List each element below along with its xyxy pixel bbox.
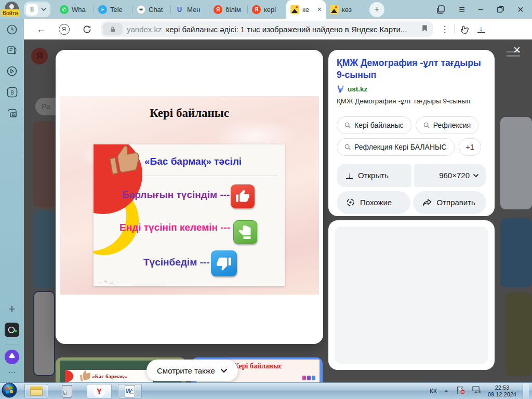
tab-keri[interactable]: Я кері	[248, 0, 286, 19]
viewer-close-button[interactable]: ×	[510, 44, 524, 57]
yandex-icon: Я	[214, 5, 222, 14]
sidebar-more-icon[interactable]: ⋯	[0, 368, 24, 377]
menu-icon[interactable]: ≡	[459, 4, 465, 16]
viewed-image[interactable]: Кері байланыс «Бас бармақ» тәсілі Барлығ…	[60, 96, 319, 295]
chip-label: Кері байланыс	[354, 121, 404, 129]
thumb-left-green-icon	[233, 220, 257, 244]
alice-assistant-icon[interactable]	[0, 349, 24, 365]
clock[interactable]: 22:53 09.12.2024	[488, 384, 516, 398]
extension-hand-icon[interactable]	[458, 24, 472, 34]
tab-ust[interactable]: U Мен	[171, 0, 209, 19]
chip-label: Рефлексия	[433, 121, 471, 129]
tab-close-icon[interactable]: ×	[317, 5, 322, 14]
tab-label: Мен	[187, 6, 200, 14]
back-button[interactable]: ←	[33, 24, 49, 35]
screenshot-icon[interactable]	[0, 107, 24, 119]
history-icon[interactable]	[0, 24, 24, 35]
thumb-down-blue-icon	[211, 250, 237, 276]
profile-login[interactable]: Войти	[0, 0, 24, 19]
taskbar-word-button[interactable]: W	[118, 384, 142, 398]
explorer-icon	[30, 387, 43, 396]
start-button[interactable]	[2, 382, 17, 399]
see-also-button[interactable]: Смотрите также	[147, 360, 238, 381]
taskbar-yandex-browser-button[interactable]: Y	[87, 384, 112, 398]
tabs-count-icon[interactable]: 8	[0, 86, 24, 98]
slide-panel: «Бас бармақ» тәсілі Барлығын түсіндім --…	[94, 144, 285, 286]
address-bar[interactable]: yandex.kz кері байланыс әдісі: 1 тыс изо…	[101, 21, 433, 37]
notes-icon[interactable]	[0, 45, 24, 56]
ad-placeholder	[335, 227, 488, 364]
tab-label: көз	[342, 6, 352, 14]
more-chips-button[interactable]: +1	[459, 138, 482, 156]
chevron-down-icon	[220, 368, 228, 373]
tab-group-button[interactable]: 8	[24, 2, 50, 17]
thumb-photo	[107, 144, 143, 178]
bookmark-icon[interactable]	[421, 24, 428, 34]
search-icon	[344, 144, 351, 150]
sun-glyph	[296, 6, 298, 8]
heading-rule	[143, 176, 277, 176]
tray-time: 22:53	[488, 384, 516, 391]
search-icon	[344, 122, 351, 128]
side-panels-icon[interactable]	[436, 5, 445, 14]
yandex-browser-icon: Y	[93, 385, 105, 397]
minimize-icon[interactable]: –	[478, 5, 483, 14]
maximize-icon[interactable]	[497, 6, 504, 13]
language-indicator[interactable]: КК	[430, 388, 437, 395]
size-dropdown[interactable]: 960×720	[414, 164, 487, 187]
open-button[interactable]: ↓ Открыть	[337, 164, 411, 187]
query-chip[interactable]: Рефлексия	[416, 116, 478, 134]
tab-telegram[interactable]: ➤ Tele	[94, 0, 132, 19]
whatsapp-icon: ✆	[60, 5, 69, 14]
tab-bilim[interactable]: Я білім	[209, 0, 248, 19]
share-button[interactable]: Отправить	[413, 191, 487, 214]
similar-images-icon	[346, 198, 355, 207]
size-label: 960×720	[439, 171, 470, 180]
dimmed-result-thumbnail	[506, 292, 532, 376]
reload-button[interactable]	[79, 24, 95, 34]
address-toolbar: ← Я yandex.kz кері байланыс әдісі: 1 тыс…	[24, 19, 532, 39]
similar-button[interactable]: Похожие	[337, 191, 410, 214]
source-row[interactable]: ust.kz	[337, 85, 486, 93]
mountain-glyph	[331, 9, 337, 13]
tab-whatsapp[interactable]: ✆ Wha	[56, 0, 94, 19]
query-chip[interactable]: Рефлекция Кері БАЛАНЫС	[337, 138, 455, 156]
mini-red-decoration	[65, 370, 73, 382]
dimmed-yandex-logo: Я	[31, 48, 48, 64]
close-icon[interactable]: ×	[517, 3, 524, 16]
dimmed-result-thumbnail	[500, 218, 532, 287]
slide-item-2: Енді түсініп келемін ---	[119, 222, 230, 233]
app-shortcut-icon[interactable]	[0, 322, 24, 338]
add-panel-icon[interactable]: +	[0, 302, 24, 316]
tab-chatgpt[interactable]: ✳ Chat	[132, 0, 171, 19]
tab-active-images[interactable]: ке ×	[286, 0, 326, 19]
calculator-icon: 0	[62, 385, 72, 397]
tab-koz[interactable]: көз	[326, 0, 364, 19]
tab-label: ке	[302, 6, 309, 14]
action-buttons: ↓ Открыть 960×720 Похожие Отп	[337, 164, 486, 214]
tab-label: кері	[264, 6, 276, 14]
slide-heading: «Бас бармақ» тәсілі	[144, 156, 242, 167]
downloads-icon[interactable]: ↓	[472, 25, 490, 33]
nav-forward-icon: →	[115, 280, 122, 285]
action-center-flag-icon[interactable]	[456, 385, 466, 397]
more-options-icon[interactable]: ⋮	[438, 24, 451, 35]
new-tab-button[interactable]: +	[369, 2, 384, 17]
lock-icon[interactable]	[103, 23, 123, 35]
yandex-search-icon[interactable]: Я	[56, 24, 72, 35]
taskbar-explorer-button[interactable]	[24, 384, 48, 398]
taskbar-calculator-button[interactable]: 0	[56, 384, 78, 398]
sidebar-divider	[5, 344, 19, 344]
similar-label: Похожие	[360, 198, 392, 207]
sidebar-tab-count: 8	[10, 89, 14, 96]
tab-label: Wha	[72, 6, 86, 14]
login-button[interactable]: Войти	[1, 9, 20, 17]
network-icon[interactable]	[472, 385, 482, 396]
show-desktop-button[interactable]	[523, 383, 529, 399]
image-title-link[interactable]: ҚМЖ Демография -ұлт тағдыры 9-сынып	[337, 57, 486, 81]
source-domain[interactable]: ust.kz	[348, 85, 367, 93]
show-hidden-icons[interactable]	[443, 389, 449, 393]
video-icon[interactable]	[0, 65, 24, 77]
tray-date: 09.12.2024	[488, 391, 516, 398]
query-chip[interactable]: Кері байланыс	[337, 116, 411, 134]
